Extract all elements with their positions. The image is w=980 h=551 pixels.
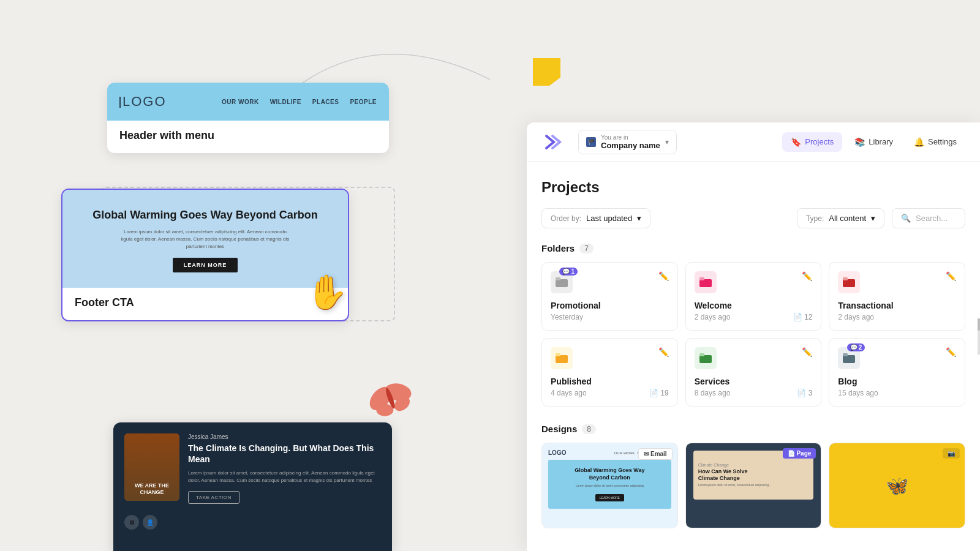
company-label: You are in: [601, 134, 660, 141]
cta-button[interactable]: LEARN MORE: [173, 258, 238, 272]
type-chevron: ▾: [871, 214, 875, 223]
preview-nav: OUR WORK WILDLIFE PLACES PEOPLE: [222, 99, 377, 105]
designs-section-header: Designs 8: [541, 424, 965, 434]
search-icon: 🔍: [901, 214, 911, 223]
projects-icon: 🔖: [791, 137, 801, 147]
blog-edit-icon[interactable]: ✏️: [946, 347, 956, 357]
order-by-select[interactable]: Order by: Last updated ▾: [541, 208, 650, 228]
welcome-date: 2 days ago: [695, 313, 731, 321]
designs-count: 8: [582, 424, 596, 434]
folder-card-blog[interactable]: 💬2 ✏️ Blog 15 days ago: [829, 338, 965, 407]
nav-item-1: OUR WORK: [222, 99, 259, 105]
page-badge: 📄 Page: [783, 448, 816, 459]
welcome-folder-icon: [695, 271, 717, 293]
left-panel: LOGO OUR WORK WILDLIFE PLACES PEOPLE Hea…: [0, 0, 435, 551]
folder-card-published[interactable]: ✏️ Published 4 days ago 📄 19: [541, 338, 678, 407]
blog-image: WE ARE THECHANGE: [124, 433, 179, 501]
scroll-indicator[interactable]: [978, 318, 980, 355]
services-edit-icon[interactable]: ✏️: [802, 347, 812, 357]
transactional-meta: 2 days ago: [838, 313, 956, 321]
blog-meta: 15 days ago: [838, 389, 956, 397]
type-select[interactable]: Type: All content ▾: [797, 208, 884, 228]
scroll-thumb: [978, 318, 980, 331]
blog-date: 15 days ago: [838, 389, 878, 397]
published-meta: 4 days ago 📄 19: [551, 389, 669, 397]
cta-title: Global Warming Goes Way Beyond Carbon: [75, 208, 336, 222]
nav-settings-label: Settings: [928, 137, 957, 146]
preview-logo: LOGO: [119, 94, 167, 110]
welcome-name: Welcome: [695, 301, 813, 310]
services-name: Services: [695, 377, 813, 386]
transactional-folder-icon: [838, 271, 860, 293]
search-placeholder: Search...: [916, 214, 948, 223]
welcome-count: 📄 12: [793, 313, 813, 321]
cam-badge: 📷: [943, 448, 960, 459]
toolbar: Order by: Last updated ▾ Type: All conte…: [541, 208, 965, 228]
blog-body: Lorem ipsum dolor sit amet, consectetuer…: [188, 470, 381, 484]
nav-item-3: PLACES: [312, 99, 339, 105]
search-box[interactable]: 🔍 Search...: [892, 208, 965, 228]
company-selector[interactable]: 🏴 You are in Company name ▾: [578, 130, 677, 154]
nav-library-label: Library: [869, 137, 893, 146]
folder-icon-wrap-welcome: [695, 271, 717, 293]
published-count: 📄 19: [649, 389, 669, 397]
preview-hero: Global Warming Goes WayBeyond Carbon Lor…: [548, 460, 671, 509]
hand-cursor-icon: ✋: [306, 272, 349, 312]
nav-projects[interactable]: 🔖 Projects: [782, 132, 842, 152]
header-preview: LOGO OUR WORK WILDLIFE PLACES PEOPLE: [107, 83, 389, 121]
blog-button[interactable]: TAKE ACTION: [188, 491, 239, 504]
services-folder-icon: [695, 347, 717, 369]
published-date: 4 days ago: [551, 389, 587, 397]
email-badge: ✉ Email: [638, 448, 672, 460]
published-edit-icon[interactable]: ✏️: [658, 347, 669, 357]
svg-rect-14: [699, 353, 704, 356]
design-card-page[interactable]: 📄 Page Climate Change How Can We SolveCl…: [685, 443, 822, 528]
cta-body: Lorem ipsum dolor sit amet, consectetuer…: [119, 228, 291, 250]
order-by-value: Last updated: [586, 214, 632, 223]
library-icon: 📚: [854, 137, 865, 147]
svg-point-2: [376, 404, 393, 416]
blog-name: Blog: [838, 377, 956, 386]
folders-section-header: Folders 7: [541, 243, 965, 253]
published-name: Published: [551, 377, 669, 386]
folder-icon-wrap-promotional: 💬1: [551, 271, 573, 293]
company-text: You are in Company name: [601, 134, 660, 150]
folder-card-promotional[interactable]: 💬1 ✏️ Promotional Yesterday: [541, 262, 678, 331]
nav-library[interactable]: 📚 Library: [846, 132, 902, 152]
type-label: Type:: [806, 214, 824, 223]
order-by-label: Order by:: [551, 214, 581, 223]
folder-card-services[interactable]: ✏️ Services 8 days ago 📄 3: [685, 338, 822, 407]
svg-rect-8: [699, 277, 704, 280]
nav-settings[interactable]: 🔔 Settings: [905, 132, 965, 152]
header-card-label: Header with menu: [107, 121, 389, 153]
folder-icon-wrap-blog: 💬2: [838, 347, 860, 369]
folders-grid: 💬1 ✏️ Promotional Yesterday: [541, 262, 965, 407]
app-logo: [541, 131, 564, 153]
transactional-date: 2 days ago: [838, 313, 874, 321]
promotional-edit-icon[interactable]: ✏️: [658, 271, 669, 281]
chevron-down-icon: ▾: [665, 138, 669, 146]
svg-rect-12: [556, 353, 560, 356]
welcome-edit-icon[interactable]: ✏️: [802, 271, 812, 281]
services-date: 8 days ago: [695, 389, 731, 397]
promotional-badge: 💬1: [559, 268, 578, 276]
svg-rect-10: [843, 277, 848, 280]
promotional-name: Promotional: [551, 301, 669, 310]
yellow-shape-decoration: [533, 58, 560, 86]
design-card-email[interactable]: ✉ Email LOGO OUR WORKWILDLIFEPLACES Glob…: [541, 443, 678, 528]
design-card-third[interactable]: 📷 🦋: [829, 443, 965, 528]
footer-cta-preview: Global Warming Goes Way Beyond Carbon Lo…: [62, 190, 348, 288]
page-title: Projects: [541, 179, 965, 196]
order-by-chevron: ▾: [637, 214, 641, 223]
promotional-date: Yesterday: [551, 313, 583, 321]
blog-author: Jessica James: [188, 433, 381, 440]
folder-icon-wrap-published: [551, 347, 573, 369]
folder-icon-wrap-transactional: [838, 271, 860, 293]
folder-card-transactional[interactable]: ✏️ Transactional 2 days ago: [829, 262, 965, 331]
footer-cta-label: Footer CTA: [62, 288, 348, 320]
folder-card-welcome[interactable]: ✏️ Welcome 2 days ago 📄 12: [685, 262, 822, 331]
transactional-edit-icon[interactable]: ✏️: [946, 271, 956, 281]
type-value: All content: [829, 214, 866, 223]
app-header: 🏴 You are in Company name ▾ 🔖 Projects 📚…: [527, 122, 980, 162]
folder-icon-wrap-services: [695, 347, 717, 369]
